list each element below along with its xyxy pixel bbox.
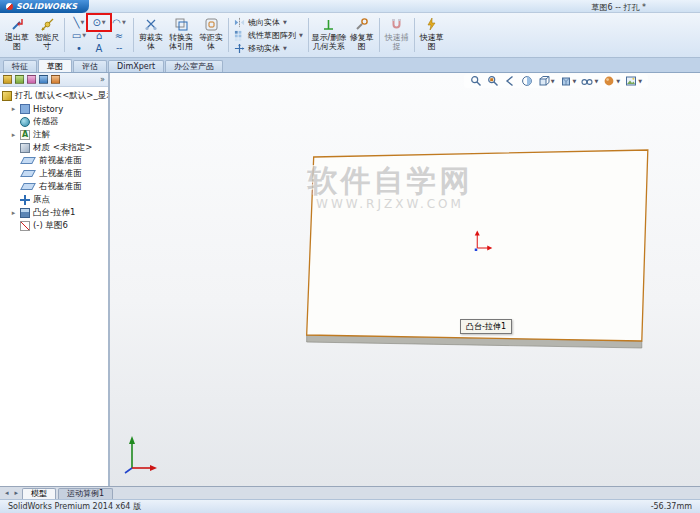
tree-item-history[interactable]: ▸ History: [10, 102, 108, 115]
text-icon: A: [96, 43, 103, 54]
tree-item-front-plane[interactable]: 前视基准面: [10, 154, 108, 167]
tree-item-label: 材质 <未指定>: [33, 142, 92, 154]
tab-office-products[interactable]: 办公室产品: [165, 60, 223, 72]
zoom-area-button[interactable]: [487, 75, 499, 87]
centerline-tool-button[interactable]: ╌: [109, 42, 129, 55]
title-bar: SOLIDWORKS 草图6 -- 打孔 *: [0, 0, 700, 13]
material-icon: [20, 143, 30, 153]
expand-arrow-icon[interactable]: ▸: [10, 131, 17, 139]
quick-snaps-icon: [389, 17, 404, 32]
tab-evaluate[interactable]: 评估: [73, 60, 107, 72]
line-icon: ╲: [74, 17, 80, 28]
zoom-fit-icon: [470, 75, 482, 87]
tab-model[interactable]: 模型: [22, 488, 56, 499]
zoom-area-icon: [487, 75, 499, 87]
dropdown-arrow-icon[interactable]: ▼: [82, 32, 86, 38]
tree-item-material[interactable]: 材质 <未指定>: [10, 141, 108, 154]
view-orientation-button[interactable]: ▼: [538, 75, 555, 87]
tree-item-boss-extrude1[interactable]: ▸ 凸台-拉伸1: [10, 206, 108, 219]
repair-sketch-button[interactable]: 修复草图: [347, 15, 377, 55]
offset-entities-button[interactable]: 等距实体: [196, 15, 226, 55]
centerline-icon: ╌: [116, 43, 122, 54]
circle-tool-button[interactable]: ⊙▼: [89, 16, 109, 29]
tree-item-origin[interactable]: 原点: [10, 193, 108, 206]
dropdown-arrow-icon[interactable]: ▼: [638, 78, 642, 84]
tab-scroll-right-button[interactable]: ▸: [13, 489, 21, 497]
rapid-sketch-button[interactable]: 快速草图: [417, 15, 447, 55]
tab-sketch[interactable]: 草图: [38, 59, 72, 72]
plane-icon: [20, 170, 36, 177]
dropdown-arrow-icon[interactable]: ▼: [283, 19, 287, 25]
history-folder-icon: [20, 104, 30, 114]
linear-sketch-pattern-button[interactable]: 线性草图阵列 ▼: [234, 29, 303, 41]
tree-item-annotations[interactable]: ▸ 注解: [10, 128, 108, 141]
tab-dimxpert[interactable]: DimXpert: [108, 60, 164, 72]
text-tool-button[interactable]: A: [89, 42, 109, 55]
line-tool-button[interactable]: ╲▼: [69, 16, 89, 29]
trim-entities-button[interactable]: 剪裁实体: [136, 15, 166, 55]
move-entities-button[interactable]: 移动实体 ▼: [234, 42, 303, 54]
graphics-area[interactable]: ▼ ▼ ▼ ▼ ▼ 软件自学网 WWW.RJZXW.COM 凸台-拉伸1: [110, 73, 700, 486]
dimxpertmanager-tab-icon[interactable]: [39, 75, 48, 84]
displaymanager-tab-icon[interactable]: [51, 75, 60, 84]
dropdown-arrow-icon[interactable]: ▼: [81, 19, 85, 25]
tree-item-right-plane[interactable]: 右视基准面: [10, 180, 108, 193]
section-view-button[interactable]: [521, 75, 533, 87]
dropdown-arrow-icon[interactable]: ▼: [573, 78, 577, 84]
display-style-button[interactable]: ▼: [560, 75, 577, 87]
dropdown-arrow-icon[interactable]: ▼: [616, 78, 620, 84]
exit-sketch-button[interactable]: 退出草图: [2, 15, 32, 55]
point-tool-button[interactable]: •: [69, 42, 89, 55]
tree-item-label: History: [33, 104, 63, 114]
tab-motion-study1[interactable]: 运动算例1: [58, 488, 113, 499]
expand-arrow-icon[interactable]: ▸: [10, 209, 17, 217]
mirror-entities-button[interactable]: 镜向实体 ▼: [234, 16, 303, 28]
smart-dimension-button[interactable]: 智能尺寸: [32, 15, 62, 55]
tree-item-sensors[interactable]: 传感器: [10, 115, 108, 128]
tree-item-label: 上视基准面: [39, 168, 82, 180]
tab-scroll-left-button[interactable]: ◂: [3, 489, 11, 497]
sketch-pattern-group: 镜向实体 ▼ 线性草图阵列 ▼ 移动实体 ▼: [231, 14, 306, 56]
tree-item-label: 原点: [33, 194, 50, 206]
display-delete-relations-label: 显示/删除几何关系: [311, 33, 347, 51]
tab-features[interactable]: 特征: [3, 60, 37, 72]
dropdown-arrow-icon[interactable]: ▼: [299, 32, 303, 38]
solidworks-logo-icon: [6, 3, 13, 10]
arc-tool-button[interactable]: ◠▼: [109, 16, 129, 29]
dropdown-arrow-icon[interactable]: ▼: [551, 78, 555, 84]
expand-arrow-icon[interactable]: ▸: [10, 105, 17, 113]
linear-pattern-icon: [234, 30, 245, 41]
previous-view-button[interactable]: [504, 75, 516, 87]
display-style-icon: [560, 75, 572, 87]
edit-appearance-button[interactable]: ▼: [603, 75, 620, 87]
feature-callout: 凸台-拉伸1: [460, 319, 512, 334]
ribbon-separator: [64, 18, 65, 52]
rectangle-tool-button[interactable]: ▭▼: [69, 29, 89, 42]
tree-item-top-plane[interactable]: 上视基准面: [10, 167, 108, 180]
tree-item-part-root[interactable]: 打孔 (默认<<默认>_显示状态: [2, 89, 108, 102]
polygon-tool-button[interactable]: ⌂: [89, 29, 109, 42]
smart-dimension-icon: [40, 17, 55, 32]
dropdown-arrow-icon[interactable]: ▼: [102, 19, 106, 25]
convert-entities-button[interactable]: 转换实体引用: [166, 15, 196, 55]
dropdown-arrow-icon[interactable]: ▼: [283, 45, 287, 51]
polygon-icon: ⌂: [96, 30, 102, 41]
featuremanager-tab-icon[interactable]: [3, 75, 12, 84]
dropdown-arrow-icon[interactable]: ▼: [122, 19, 126, 25]
move-entities-label: 移动实体: [248, 43, 280, 54]
tree-item-sketch6[interactable]: (-) 草图6: [10, 219, 108, 232]
apply-scene-button[interactable]: ▼: [625, 75, 642, 87]
quick-snaps-button[interactable]: 快速捕捉: [382, 15, 412, 55]
boss-extrude-icon: [20, 208, 30, 218]
status-coordinate: -56.37mm: [651, 502, 692, 511]
panel-overflow-chevron-icon[interactable]: »: [100, 75, 105, 84]
spline-tool-button[interactable]: ≈: [109, 29, 129, 42]
dropdown-arrow-icon[interactable]: ▼: [594, 78, 598, 84]
propertymanager-tab-icon[interactable]: [15, 75, 24, 84]
display-delete-relations-button[interactable]: 显示/删除几何关系: [311, 15, 347, 55]
configurationmanager-tab-icon[interactable]: [27, 75, 36, 84]
status-app-version: SolidWorks Premium 2014 x64 版: [8, 501, 141, 512]
hide-show-items-button[interactable]: ▼: [581, 75, 598, 87]
zoom-fit-button[interactable]: [470, 75, 482, 87]
solidworks-logo[interactable]: SOLIDWORKS: [0, 0, 89, 13]
